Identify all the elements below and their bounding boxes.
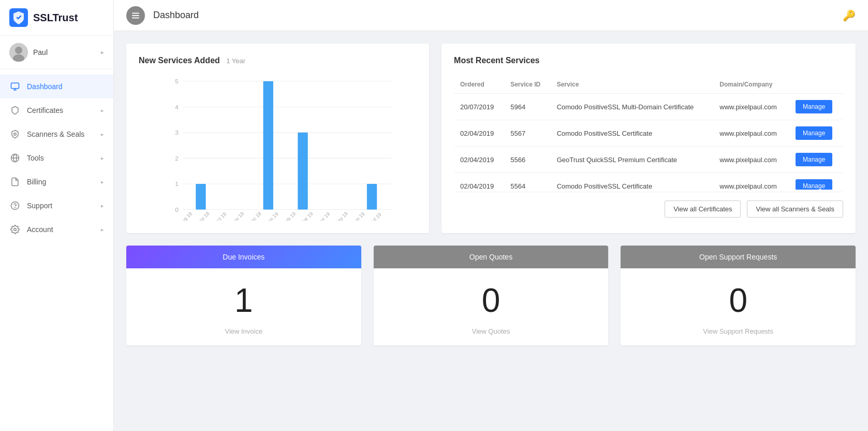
- svg-text:0: 0: [175, 206, 179, 213]
- svg-point-13: [14, 228, 17, 231]
- manage-button[interactable]: Manage: [796, 126, 832, 140]
- globe-icon: [9, 152, 21, 164]
- file-icon: [9, 176, 21, 188]
- sidebar-item-scanners-seals[interactable]: Scanners & Seals ▸: [0, 122, 113, 146]
- content-area: New Services Added 1 Year 5 4: [114, 31, 868, 431]
- svg-text:Jan 19: Jan 19: [264, 211, 279, 221]
- table-row: 02/04/2019 5564 Comodo PositiveSSL Certi…: [454, 173, 843, 190]
- svg-rect-32: [367, 184, 377, 210]
- sidebar-item-dashboard[interactable]: Dashboard: [0, 75, 113, 98]
- svg-rect-4: [11, 83, 19, 89]
- chart-svg: 5 4 3 2 1 0: [139, 76, 417, 221]
- logo: SSLTrust: [0, 0, 113, 36]
- view-all-seals-button[interactable]: View all Scanners & Seals: [747, 200, 843, 218]
- col-actions: [789, 76, 843, 94]
- table-body: 20/07/2019 5964 Comodo PositiveSSL Multi…: [454, 94, 843, 190]
- table-header-row: Ordered Service ID Service Domain/Compan…: [454, 76, 843, 94]
- manage-button[interactable]: Manage: [796, 153, 832, 166]
- svg-rect-31: [298, 133, 307, 210]
- svg-text:5: 5: [175, 78, 179, 85]
- svg-text:Oct 18: Oct 18: [213, 211, 227, 221]
- chart-card: New Services Added 1 Year 5 4: [126, 44, 429, 233]
- svg-text:Dec 18: Dec 18: [247, 211, 262, 221]
- svg-text:3: 3: [175, 129, 179, 136]
- chevron-right-icon: ▸: [101, 226, 104, 233]
- table-row: 02/04/2019 5566 GeoTrust QuickSSL Premiu…: [454, 147, 843, 173]
- menu-icon[interactable]: [126, 6, 145, 25]
- user-chevron-icon: ▸: [101, 49, 104, 56]
- chevron-right-icon: ▸: [101, 107, 104, 114]
- chevron-right-icon: ▸: [101, 131, 104, 138]
- open-quotes-body: 0 View Quotes: [374, 268, 609, 346]
- cell-domain: www.pixelpaul.com: [713, 147, 789, 173]
- open-support-count: 0: [631, 284, 845, 317]
- col-service-id: Service ID: [504, 76, 550, 94]
- view-support-link[interactable]: View Support Requests: [631, 327, 845, 335]
- sidebar-item-certificates[interactable]: Certificates ▸: [0, 98, 113, 122]
- svg-text:Jun 19: Jun 19: [351, 211, 365, 221]
- cell-ordered: 02/04/2019: [454, 173, 504, 190]
- svg-text:Aug 18: Aug 18: [178, 211, 193, 221]
- open-support-body: 0 View Support Requests: [621, 268, 856, 346]
- svg-text:Sep 18: Sep 18: [195, 211, 210, 221]
- summary-row: Due Invoices 1 View Invoice Open Quotes …: [126, 246, 856, 346]
- sidebar-item-billing[interactable]: Billing ▸: [0, 170, 113, 194]
- avatar: [9, 43, 28, 62]
- sidebar-item-label: Billing: [27, 178, 101, 186]
- cell-service-id: 5567: [504, 120, 550, 147]
- svg-point-12: [15, 207, 16, 208]
- cell-service-id: 5566: [504, 147, 550, 173]
- app-name: SSLTrust: [33, 12, 78, 24]
- sidebar-navigation: Dashboard Certificates ▸ Scanners & Seal…: [0, 69, 113, 431]
- due-invoices-body: 1 View Invoice: [126, 268, 361, 346]
- manage-button[interactable]: Manage: [796, 179, 832, 190]
- svg-text:2: 2: [175, 155, 179, 162]
- open-support-card: Open Support Requests 0 View Support Req…: [621, 246, 856, 346]
- cell-service: Comodo PositiveSSL Certificate: [551, 173, 714, 190]
- sidebar-item-label: Scanners & Seals: [27, 130, 101, 138]
- page-title: Dashboard: [153, 10, 843, 21]
- table-row: 20/07/2019 5964 Comodo PositiveSSL Multi…: [454, 94, 843, 120]
- svg-point-7: [14, 133, 17, 136]
- user-profile[interactable]: Paul ▸: [0, 36, 113, 69]
- key-icon[interactable]: 🔑: [843, 9, 856, 22]
- top-cards-row: New Services Added 1 Year 5 4: [126, 44, 856, 233]
- cell-ordered: 02/04/2019: [454, 120, 504, 147]
- due-invoices-header: Due Invoices: [126, 246, 361, 268]
- svg-text:4: 4: [175, 104, 179, 111]
- sidebar-item-tools[interactable]: Tools ▸: [0, 146, 113, 170]
- cell-service: GeoTrust QuickSSL Premium Certificate: [551, 147, 714, 173]
- sidebar-item-label: Tools: [27, 154, 101, 162]
- open-support-header: Open Support Requests: [621, 246, 856, 268]
- services-table-container: Ordered Service ID Service Domain/Compan…: [454, 76, 843, 190]
- svg-text:May 19: May 19: [333, 210, 349, 221]
- header: Dashboard 🔑: [114, 0, 868, 31]
- chevron-right-icon: ▸: [101, 155, 104, 162]
- due-invoices-card: Due Invoices 1 View Invoice: [126, 246, 361, 346]
- chevron-right-icon: ▸: [101, 179, 104, 185]
- open-quotes-count: 0: [384, 284, 598, 317]
- cell-service-id: 5964: [504, 94, 550, 120]
- main-content: Dashboard 🔑 New Services Added 1 Year: [114, 0, 868, 431]
- view-invoice-link[interactable]: View Invoice: [137, 327, 351, 335]
- sidebar-item-account[interactable]: Account ▸: [0, 218, 113, 241]
- shield-icon: [9, 105, 21, 116]
- cell-manage: Manage: [789, 94, 843, 120]
- svg-point-2: [15, 47, 22, 54]
- user-name: Paul: [33, 48, 101, 56]
- view-quotes-link[interactable]: View Quotes: [384, 327, 598, 335]
- sidebar-item-label: Support: [27, 202, 101, 210]
- gear-icon: [9, 224, 21, 235]
- sidebar: SSLTrust Paul ▸ Dashboard: [0, 0, 114, 431]
- svg-text:Feb 19: Feb 19: [282, 211, 297, 221]
- manage-button[interactable]: Manage: [796, 100, 832, 113]
- svg-text:Nov 18: Nov 18: [230, 211, 245, 221]
- sidebar-item-label: Certificates: [27, 106, 101, 114]
- col-service: Service: [551, 76, 714, 94]
- cell-ordered: 02/04/2019: [454, 147, 504, 173]
- ssltrust-logo-icon: [9, 8, 28, 27]
- cell-manage: Manage: [789, 120, 843, 147]
- view-all-certs-button[interactable]: View all Certificates: [665, 200, 741, 218]
- svg-rect-29: [196, 184, 205, 210]
- sidebar-item-support[interactable]: Support ▸: [0, 194, 113, 218]
